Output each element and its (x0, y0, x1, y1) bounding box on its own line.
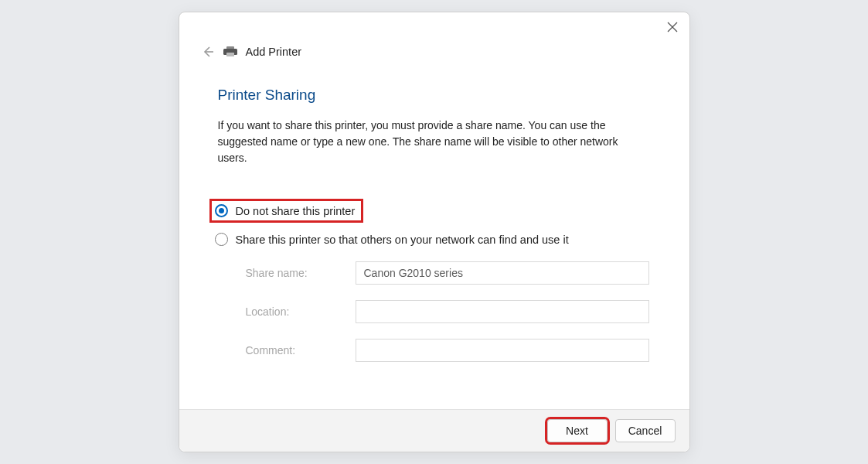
comment-label: Comment: (246, 344, 346, 357)
radio-label: Do not share this printer (236, 205, 356, 217)
radio-label: Share this printer so that others on you… (236, 234, 569, 246)
content-area: Printer Sharing If you want to share thi… (179, 65, 689, 409)
back-arrow-icon[interactable] (201, 45, 215, 59)
share-name-field[interactable] (356, 261, 649, 285)
page-description: If you want to share this printer, you m… (218, 118, 651, 166)
location-label: Location: (246, 305, 346, 318)
page-title: Printer Sharing (218, 87, 651, 104)
next-button[interactable]: Next (547, 419, 608, 442)
wizard-header: Add Printer (179, 42, 689, 65)
add-printer-dialog: Add Printer Printer Sharing If you want … (179, 12, 690, 452)
titlebar (179, 12, 689, 42)
option-share-printer[interactable]: Share this printer so that others on you… (215, 233, 651, 246)
dialog-footer: Next Cancel (179, 409, 689, 452)
svg-rect-5 (226, 53, 234, 56)
location-field[interactable] (356, 300, 649, 323)
option-do-not-share[interactable]: Do not share this printer (209, 199, 364, 223)
share-fields: Share name: Location: Comment: (246, 261, 651, 362)
share-name-label: Share name: (246, 267, 346, 279)
comment-field[interactable] (356, 339, 649, 362)
radio-icon[interactable] (215, 233, 228, 246)
printer-icon (223, 46, 238, 57)
cancel-button[interactable]: Cancel (615, 419, 676, 442)
close-icon[interactable] (666, 21, 679, 33)
wizard-title: Add Printer (246, 46, 302, 58)
sharing-radio-group: Do not share this printer Share this pri… (215, 199, 651, 246)
radio-icon[interactable] (215, 204, 228, 217)
